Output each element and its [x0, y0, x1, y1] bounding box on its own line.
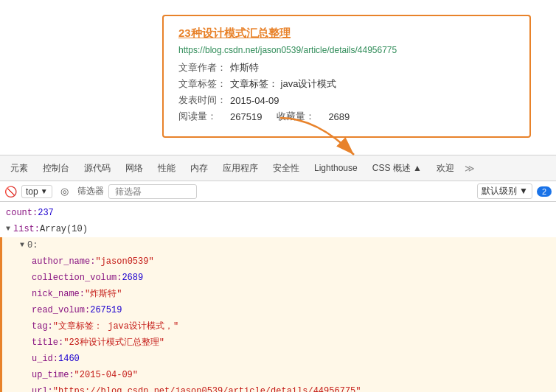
console-line-list: ▼ list: Array(10) [0, 221, 556, 237]
uid-key: u_id: [32, 352, 58, 365]
tab-overflow-icon[interactable]: ≫ [465, 163, 475, 174]
tab-console[interactable]: 控制台 [35, 155, 77, 181]
tab-welcome[interactable]: 欢迎 [429, 155, 462, 181]
tag-value: 文章标签： java设计模式 [230, 77, 336, 91]
tab-application[interactable]: 应用程序 [215, 155, 265, 181]
count-value: 237 [38, 206, 54, 220]
title-key: title: [32, 336, 63, 349]
list-expand-arrow[interactable]: ▼ [6, 223, 10, 236]
count-key: count: [6, 206, 38, 220]
eye-icon-btn[interactable]: ◎ [57, 183, 73, 200]
title-val: "23种设计模式汇总整理" [63, 336, 164, 349]
item0-index: 0: [27, 239, 38, 252]
top-context-label: top [26, 186, 38, 197]
author-name-key: author_name: [32, 255, 95, 268]
console-line-tag: tag: "文章标签： java设计模式，" [0, 318, 556, 335]
no-entry-icon[interactable]: 🚫 [4, 186, 17, 197]
console-line-author: author_name: "jason0539" [0, 253, 556, 270]
read-label: 阅读量： [178, 110, 230, 123]
time-row: 发表时间： 2015-04-09 [178, 94, 515, 107]
filter-label: 筛选器 [77, 185, 104, 197]
log-level-select[interactable]: 默认级别 ▼ [477, 183, 532, 199]
collection-key: collection_volum: [32, 271, 122, 284]
uptime-key: up_time: [32, 368, 74, 382]
read-val: 267519 [90, 304, 122, 317]
uptime-val: "2015-04-09" [74, 368, 138, 382]
time-label: 发表时间： [178, 94, 230, 107]
tag-key: tag: [32, 320, 53, 333]
arrow-indicator [273, 114, 361, 161]
nick-key: nick_name: [32, 287, 85, 301]
uid-val: 1460 [58, 352, 80, 365]
console-toolbar: 🚫 top ▼ ◎ 筛选器 默认级别 ▼ 2 [0, 181, 556, 202]
read-value: 267519 [230, 111, 262, 122]
author-name-val: "jason0539" [95, 255, 153, 268]
top-context-select[interactable]: top ▼ [21, 185, 52, 198]
list-key: list: [13, 223, 40, 236]
tab-memory[interactable]: 内存 [183, 155, 215, 181]
item0-expand-arrow[interactable]: ▼ [20, 239, 24, 252]
author-row: 文章作者： 炸斯特 [178, 61, 515, 74]
article-title[interactable]: 23种设计模式汇总整理 [178, 27, 515, 41]
tag-val: "文章标签： java设计模式，" [53, 320, 178, 333]
list-type: Array(10) [40, 223, 88, 236]
console-line-uptime: up_time: "2015-04-09" [0, 367, 556, 383]
log-level-label: 默认级别 ▼ [482, 186, 528, 196]
nick-val: "炸斯特" [85, 287, 122, 301]
tab-performance[interactable]: 性能 [150, 155, 183, 181]
tab-sources[interactable]: 源代码 [77, 155, 118, 181]
read-key: read_volum: [32, 304, 90, 317]
console-line-url: url: "https://blog.csdn.net/jason0539/ar… [0, 383, 556, 392]
url-key: url: [32, 385, 53, 392]
console-line-read: read_volum: 267519 [0, 302, 556, 318]
tag-label: 文章标签： [178, 77, 230, 91]
author-value: 炸斯特 [230, 61, 259, 74]
tag-row: 文章标签： 文章标签： java设计模式 [178, 77, 515, 91]
console-line-nick: nick_name: "炸斯特" [0, 286, 556, 302]
issues-badge[interactable]: 2 [537, 186, 552, 197]
url-val: "https://blog.csdn.net/jason0539/article… [53, 385, 361, 392]
time-value: 2015-04-09 [230, 95, 279, 106]
filter-input[interactable] [108, 184, 197, 199]
top-content-area: 23种设计模式汇总整理 https://blog.csdn.net/jason0… [0, 0, 556, 155]
article-url[interactable]: https://blog.csdn.net/jason0539/article/… [178, 45, 515, 55]
console-line-count: count: 237 [0, 205, 556, 221]
console-line-collection: collection_volum: 2689 [0, 270, 556, 286]
tab-css-overview[interactable]: CSS 概述 ▲ [365, 155, 429, 181]
author-label: 文章作者： [178, 61, 230, 74]
console-line-title: title: "23种设计模式汇总整理" [0, 335, 556, 351]
console-output-area: count: 237 ▼ list: Array(10) ▼ 0: author… [0, 202, 556, 392]
console-line-uid: u_id: 1460 [0, 351, 556, 367]
dropdown-arrow-icon: ▼ [41, 187, 48, 195]
console-line-item0: ▼ 0: [0, 237, 556, 253]
tab-network[interactable]: 网络 [118, 155, 150, 181]
collection-val: 2689 [122, 271, 143, 284]
tab-elements[interactable]: 元素 [3, 155, 35, 181]
